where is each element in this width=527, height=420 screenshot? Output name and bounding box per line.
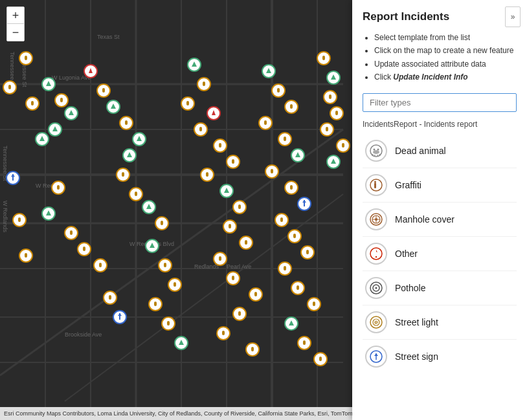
map-marker-64[interactable] xyxy=(278,261,292,276)
map-marker-45[interactable] xyxy=(239,236,253,250)
incident-item-street-sign[interactable]: Street sign xyxy=(363,340,517,373)
map-marker-0[interactable] xyxy=(19,51,33,65)
map-marker-21[interactable] xyxy=(119,116,133,130)
map-marker-76[interactable] xyxy=(326,155,341,169)
map-marker-20[interactable] xyxy=(106,100,120,114)
map-marker-35[interactable] xyxy=(197,77,211,91)
map-marker-29[interactable] xyxy=(158,258,172,272)
svg-marker-39 xyxy=(52,126,58,131)
map-marker-24[interactable] xyxy=(116,168,130,182)
map-marker-75[interactable] xyxy=(336,138,350,153)
map-marker-12[interactable] xyxy=(41,206,56,221)
map-marker-37[interactable] xyxy=(207,106,221,120)
map-marker-25[interactable] xyxy=(129,187,143,201)
map-marker-18[interactable] xyxy=(84,64,98,78)
incident-item-graffiti[interactable]: Graffiti xyxy=(363,168,517,203)
panel-toggle-button[interactable]: » xyxy=(505,6,521,27)
map-marker-26[interactable] xyxy=(142,200,156,214)
map-marker-70[interactable] xyxy=(317,51,331,65)
svg-rect-86 xyxy=(264,120,267,125)
map-marker-19[interactable] xyxy=(96,83,111,98)
svg-rect-52 xyxy=(125,120,128,125)
map-marker-23[interactable] xyxy=(122,148,137,162)
incident-item-pothole[interactable]: Pothole xyxy=(363,271,517,305)
zoom-in-button[interactable]: + xyxy=(7,7,24,24)
map-marker-59[interactable] xyxy=(284,181,298,195)
map-marker-7[interactable] xyxy=(54,93,69,107)
map-marker-11[interactable] xyxy=(51,181,65,195)
svg-rect-37 xyxy=(60,98,63,102)
incident-item-other[interactable]: Other xyxy=(363,237,517,271)
filter-input[interactable] xyxy=(363,93,517,112)
map-marker-63[interactable] xyxy=(300,245,315,260)
map-marker-30[interactable] xyxy=(168,278,182,292)
map-marker-66[interactable] xyxy=(307,297,321,311)
instructions-list: Select template from the list Click on t… xyxy=(363,31,517,84)
map-marker-3[interactable] xyxy=(6,171,20,185)
map-marker-47[interactable] xyxy=(226,271,240,285)
map-marker-68[interactable] xyxy=(297,336,311,350)
map-marker-49[interactable] xyxy=(232,307,247,321)
svg-rect-58 xyxy=(161,221,163,225)
map-marker-28[interactable] xyxy=(145,239,159,253)
map-marker-8[interactable] xyxy=(64,106,78,120)
map-marker-51[interactable] xyxy=(245,342,260,357)
map-marker-34[interactable] xyxy=(187,58,201,72)
map-marker-60[interactable] xyxy=(297,197,311,211)
map-marker-54[interactable] xyxy=(284,100,298,114)
map-marker-9[interactable] xyxy=(48,122,62,137)
map-marker-67[interactable] xyxy=(284,316,298,331)
map-marker-32[interactable] xyxy=(161,316,175,331)
map-marker-39[interactable] xyxy=(213,138,227,153)
map-marker-15[interactable] xyxy=(93,258,107,272)
incident-item-manhole-cover[interactable]: Manhole cover xyxy=(363,203,517,237)
svg-marker-83 xyxy=(266,68,271,73)
map-marker-62[interactable] xyxy=(287,229,302,243)
map-marker-52[interactable] xyxy=(262,64,276,78)
map-marker-10[interactable] xyxy=(35,132,49,146)
map-marker-17[interactable] xyxy=(113,310,127,324)
manhole-cover-label: Manhole cover xyxy=(395,214,454,225)
map-marker-71[interactable] xyxy=(326,71,341,85)
map-marker-40[interactable] xyxy=(226,155,240,169)
map-marker-14[interactable] xyxy=(77,242,91,256)
incident-item-dead-animal[interactable]: Dead animal xyxy=(363,134,517,168)
map-marker-31[interactable] xyxy=(148,297,163,311)
map-marker-53[interactable] xyxy=(271,83,286,98)
map-marker-73[interactable] xyxy=(330,106,344,120)
map-marker-44[interactable] xyxy=(223,219,237,234)
map-marker-69[interactable] xyxy=(313,352,328,366)
manhole-cover-icon xyxy=(365,208,387,230)
map-marker-58[interactable] xyxy=(265,164,279,179)
map-marker-33[interactable] xyxy=(174,336,188,350)
map-marker-6[interactable] xyxy=(41,77,56,91)
map-marker-42[interactable] xyxy=(219,184,234,198)
map-marker-13[interactable] xyxy=(64,226,78,240)
map-marker-48[interactable] xyxy=(249,287,263,302)
incident-item-street-light[interactable]: Street light xyxy=(363,305,517,340)
map-marker-55[interactable] xyxy=(258,116,273,130)
svg-rect-78 xyxy=(232,276,234,280)
map-marker-65[interactable] xyxy=(291,281,305,295)
map-marker-56[interactable] xyxy=(278,132,292,146)
map-marker-61[interactable] xyxy=(275,213,289,227)
svg-rect-30 xyxy=(8,85,11,89)
map-marker-38[interactable] xyxy=(194,122,208,137)
map-marker-74[interactable] xyxy=(320,122,334,137)
map-marker-5[interactable] xyxy=(19,249,33,263)
map-marker-57[interactable] xyxy=(291,148,305,162)
map-marker-16[interactable] xyxy=(103,291,117,305)
map-marker-36[interactable] xyxy=(181,96,195,111)
map-marker-43[interactable] xyxy=(232,200,247,214)
map-zoom-controls[interactable]: + − xyxy=(6,6,25,41)
map-marker-4[interactable] xyxy=(12,213,27,227)
map-marker-50[interactable] xyxy=(216,326,230,340)
map-marker-27[interactable] xyxy=(155,216,169,230)
map-marker-72[interactable] xyxy=(323,90,337,104)
map-marker-46[interactable] xyxy=(213,252,227,266)
map-marker-41[interactable] xyxy=(200,168,214,182)
map-marker-1[interactable] xyxy=(3,80,17,94)
map-marker-22[interactable] xyxy=(132,132,146,146)
map-marker-2[interactable] xyxy=(25,96,39,111)
zoom-out-button[interactable]: − xyxy=(7,24,24,41)
